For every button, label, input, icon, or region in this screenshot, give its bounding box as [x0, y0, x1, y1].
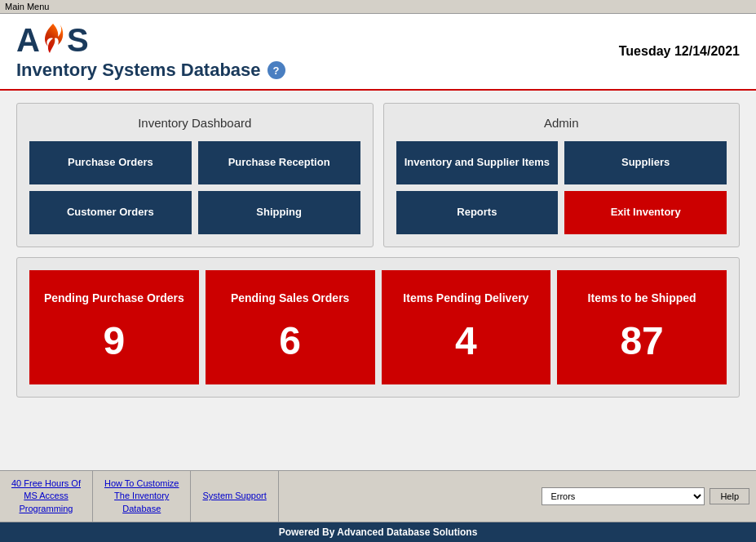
flame-icon [40, 22, 66, 58]
help-badge[interactable]: ? [267, 61, 285, 79]
inventory-button-grid: Purchase Orders Purchase Reception Custo… [29, 141, 360, 234]
inventory-dashboard-panel: Inventory Dashboard Purchase Orders Purc… [16, 103, 374, 247]
header: A S Inventory Systems Database ? Tuesday… [0, 14, 756, 91]
powered-by-text: Powered By Advanced Database Solutions [279, 526, 478, 538]
errors-dropdown[interactable]: Errors [542, 487, 705, 505]
pending-purchase-orders-label: Pending Purchase Orders [44, 291, 184, 305]
customer-orders-button[interactable]: Customer Orders [29, 191, 192, 234]
customize-inventory-link[interactable]: How To Customize The Inventory Database [93, 471, 192, 522]
footer: 40 Free Hours Of MS Access Programming H… [0, 470, 756, 542]
items-to-be-shipped-label: Items to be Shipped [588, 291, 696, 305]
items-to-be-shipped-value: 87 [620, 318, 663, 363]
admin-title: Admin [396, 116, 727, 130]
footer-bottom: Powered By Advanced Database Solutions [0, 522, 756, 542]
purchase-orders-button[interactable]: Purchase Orders [29, 141, 192, 184]
logo-text-2: S [67, 24, 88, 56]
pending-purchase-orders-value: 9 [104, 318, 126, 363]
items-pending-delivery-value: 4 [455, 318, 477, 363]
admin-button-grid: Inventory and Supplier Items Suppliers R… [396, 141, 727, 234]
logo-area: A S Inventory Systems Database ? [16, 22, 285, 81]
logo: A S [16, 22, 285, 58]
title-bar-label: Main Menu [5, 2, 49, 11]
suppliers-button[interactable]: Suppliers [564, 141, 727, 184]
footer-right: Errors Help [535, 471, 756, 522]
inventory-supplier-items-button[interactable]: Inventory and Supplier Items [396, 141, 559, 184]
main-content: Inventory Dashboard Purchase Orders Purc… [0, 91, 756, 410]
items-to-be-shipped-card: Items to be Shipped 87 [557, 270, 727, 384]
free-hours-link[interactable]: 40 Free Hours Of MS Access Programming [0, 471, 93, 522]
pending-sales-orders-value: 6 [279, 318, 301, 363]
purchase-reception-button[interactable]: Purchase Reception [198, 141, 360, 184]
stats-row: Pending Purchase Orders 9 Pending Sales … [16, 257, 740, 398]
pending-sales-orders-label: Pending Sales Orders [231, 291, 350, 305]
pending-purchase-orders-card: Pending Purchase Orders 9 [29, 270, 199, 384]
panels-row: Inventory Dashboard Purchase Orders Purc… [16, 103, 740, 247]
items-pending-delivery-card: Items Pending Delivery 4 [382, 270, 551, 384]
system-support-link[interactable]: System Support [191, 471, 278, 522]
app-title: Inventory Systems Database ? [16, 60, 285, 81]
footer-top: 40 Free Hours Of MS Access Programming H… [0, 471, 756, 522]
admin-panel: Admin Inventory and Supplier Items Suppl… [383, 103, 741, 247]
shipping-button[interactable]: Shipping [198, 191, 360, 234]
date-display: Tuesday 12/14/2021 [619, 44, 740, 59]
inventory-dashboard-title: Inventory Dashboard [29, 116, 360, 130]
help-button[interactable]: Help [710, 488, 749, 504]
reports-button[interactable]: Reports [396, 191, 559, 234]
exit-inventory-button[interactable]: Exit Inventory [564, 191, 727, 234]
title-bar: Main Menu [0, 0, 756, 14]
items-pending-delivery-label: Items Pending Delivery [403, 291, 528, 305]
logo-text: A [16, 24, 39, 56]
pending-sales-orders-card: Pending Sales Orders 6 [206, 270, 375, 384]
